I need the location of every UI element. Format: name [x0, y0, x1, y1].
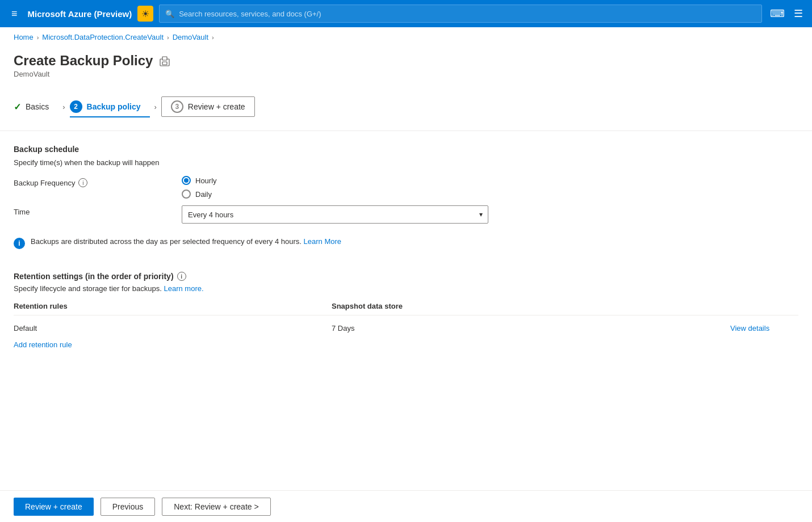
info-banner: i Backups are distributed across the day… — [14, 230, 502, 256]
page-title-area: Create Backup Policy DemoVault — [14, 53, 153, 78]
radio-daily-label: Daily — [195, 190, 212, 199]
backup-schedule-section: Backup schedule Specify time(s) when the… — [0, 145, 812, 256]
time-row: Time Every 1 hour Every 2 hours Every 4 … — [14, 205, 798, 224]
step-review-create-label: Review + create — [188, 102, 245, 111]
backup-schedule-title: Backup schedule — [14, 145, 798, 154]
step-badge-2: 2 — [70, 100, 82, 113]
main-content: Home › Microsoft.DataProtection.CreateVa… — [0, 27, 812, 522]
step-badge-3: 3 — [171, 100, 183, 113]
retention-learn-more-link[interactable]: Learn more. — [164, 284, 203, 293]
radio-daily-input[interactable] — [182, 190, 191, 199]
hamburger-menu[interactable]: ≡ — [7, 6, 22, 22]
step-backup-policy-label: Backup policy — [87, 102, 141, 111]
retention-rule-name: Default — [14, 324, 332, 332]
previous-button[interactable]: Previous — [101, 498, 155, 516]
step-basics[interactable]: ✓ Basics — [14, 97, 58, 117]
svg-rect-2 — [162, 62, 167, 65]
retention-view-details[interactable]: View details — [730, 323, 798, 332]
share-icon[interactable] — [160, 56, 170, 69]
step-backup-policy[interactable]: 2 Backup policy — [70, 96, 150, 117]
radio-hourly[interactable]: Hourly — [182, 176, 522, 185]
azure-icon: ☀ — [137, 6, 153, 22]
time-dropdown-wrapper: Every 1 hour Every 2 hours Every 4 hours… — [182, 205, 488, 224]
view-details-link[interactable]: View details — [730, 324, 769, 332]
wizard-steps: ✓ Basics › 2 Backup policy › 3 Review + … — [0, 83, 812, 131]
page-subtitle: DemoVault — [14, 70, 153, 78]
top-navigation: ≡ Microsoft Azure (Preview) ☀ 🔍 Search r… — [0, 0, 812, 27]
retention-snapshot-value: 7 Days — [332, 324, 730, 332]
app-title: Microsoft Azure (Preview) — [28, 9, 132, 19]
bottom-bar: Review + create Previous Next: Review + … — [0, 490, 812, 522]
page-title: Create Backup Policy — [14, 53, 153, 69]
retention-section: Retention settings (in the order of prio… — [0, 272, 812, 349]
search-bar[interactable]: 🔍 Search resources, services, and docs (… — [159, 5, 762, 23]
breadcrumb-create-vault[interactable]: Microsoft.DataProtection.CreateVault — [42, 33, 164, 41]
backup-frequency-info-icon[interactable]: i — [78, 178, 87, 187]
info-learn-more-link[interactable]: Learn More — [304, 237, 341, 246]
retention-row-default: Default 7 Days View details — [14, 318, 798, 338]
terminal-icon[interactable]: ⌨ — [768, 5, 787, 22]
retention-col-header-1: Retention rules — [14, 302, 332, 310]
backup-frequency-control: Hourly Daily — [182, 176, 522, 199]
notification-icon[interactable]: ☰ — [792, 5, 805, 22]
breadcrumb-home[interactable]: Home — [14, 33, 34, 41]
retention-col-header-3 — [730, 302, 798, 310]
backup-frequency-row: Backup Frequency i Hourly Daily — [14, 176, 798, 199]
retention-info-icon[interactable]: i — [177, 272, 186, 281]
radio-hourly-label: Hourly — [195, 176, 217, 185]
breadcrumb-sep-3: › — [212, 34, 214, 41]
retention-subtitle: Specify lifecycle and storage tier for b… — [14, 284, 798, 293]
time-label: Time — [14, 205, 173, 216]
svg-rect-1 — [162, 57, 167, 60]
topnav-right-icons: ⌨ ☰ — [768, 5, 805, 22]
retention-table: Retention rules Snapshot data store Defa… — [14, 302, 798, 338]
info-circle-icon: i — [14, 238, 25, 249]
step-basics-label: Basics — [26, 102, 49, 111]
step-sep-2: › — [154, 103, 157, 111]
next-button[interactable]: Next: Review + create > — [162, 498, 270, 516]
retention-col-header-2: Snapshot data store — [332, 302, 730, 310]
add-retention-rule-link[interactable]: Add retention rule — [14, 340, 72, 349]
time-control: Every 1 hour Every 2 hours Every 4 hours… — [182, 205, 522, 224]
backup-schedule-subtitle: Specify time(s) when the backup will hap… — [14, 158, 798, 167]
retention-table-header: Retention rules Snapshot data store — [14, 302, 798, 315]
breadcrumb-sep-1: › — [37, 34, 39, 41]
radio-daily[interactable]: Daily — [182, 190, 522, 199]
step-check-icon: ✓ — [14, 102, 21, 112]
radio-hourly-input[interactable] — [182, 176, 191, 185]
retention-title: Retention settings (in the order of prio… — [14, 272, 798, 281]
info-banner-text: Backups are distributed across the day a… — [31, 237, 341, 246]
breadcrumb-demo-vault[interactable]: DemoVault — [173, 33, 208, 41]
breadcrumb: Home › Microsoft.DataProtection.CreateVa… — [0, 27, 812, 44]
step-border-3: 3 Review + create — [161, 96, 255, 117]
step-sep-1: › — [62, 103, 65, 111]
breadcrumb-sep-2: › — [167, 34, 169, 41]
frequency-radio-group: Hourly Daily — [182, 176, 522, 199]
time-dropdown[interactable]: Every 1 hour Every 2 hours Every 4 hours… — [182, 205, 488, 224]
search-placeholder: Search resources, services, and docs (G+… — [179, 10, 321, 18]
backup-frequency-label: Backup Frequency i — [14, 176, 173, 187]
page-header: Create Backup Policy DemoVault — [0, 44, 812, 83]
review-create-button[interactable]: Review + create — [14, 498, 94, 516]
step-review-create[interactable]: 3 Review + create — [161, 92, 264, 121]
